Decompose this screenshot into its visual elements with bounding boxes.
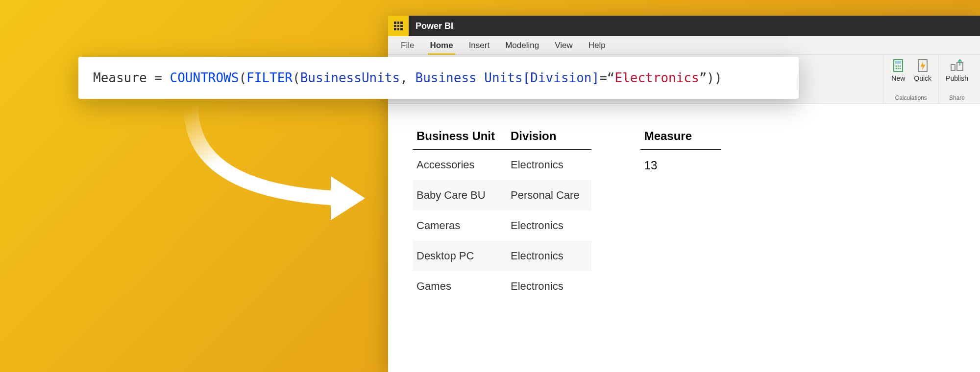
menubar: File Home Insert Modeling View Help [388,36,980,55]
svg-rect-1 [895,61,901,64]
formula-column-ref: Business Units[Division] [415,70,599,85]
measure-title: Measure [640,123,721,150]
formula-paren: ( [293,70,300,85]
formula-fn-countrows: COUNTROWS [170,70,239,85]
cell-division: Electronics [507,210,591,241]
formula-fn-filter: FILTER [246,70,293,85]
cell-unit: Baby Care BU [413,180,507,210]
business-units-table: Business Unit Division Accessories Elect… [413,123,591,302]
publish-icon [949,58,965,73]
formula-quote: ” [699,70,707,85]
formula-prefix: Measure = [93,70,170,85]
table-row[interactable]: Baby Care BU Personal Care [413,180,591,210]
menu-modeling[interactable]: Modeling [497,36,547,55]
measure-card: Measure 13 [640,123,721,302]
formula-string: Electronics [614,70,699,85]
formula-quote: “ [607,70,615,85]
menu-help[interactable]: Help [581,36,613,55]
waffle-icon [394,22,403,30]
ribbon-group-calculations: New Quick Calculations [883,55,938,103]
table-row[interactable]: Cameras Electronics [413,210,591,241]
menu-file[interactable]: File [393,36,422,55]
formula-sep: , [400,70,415,85]
quick-measure-button[interactable]: Quick [910,56,935,84]
formula-table-ref: BusinessUnits [300,70,400,85]
svg-point-3 [898,66,899,67]
table-row[interactable]: Games Electronics [413,271,591,302]
new-measure-button[interactable]: New [886,56,910,84]
quick-icon [915,58,931,73]
calculator-icon [890,58,906,73]
new-button-label: New [891,74,905,82]
svg-point-5 [896,68,897,70]
canvas: Business Unit Division Accessories Elect… [388,104,980,321]
table-row[interactable]: Desktop PC Electronics [413,241,591,271]
ribbon-group-label-calculations: Calculations [895,94,927,101]
formula-bar[interactable]: Measure = COUNTROWS(FILTER(BusinessUnits… [78,57,799,99]
cell-division: Personal Care [507,180,591,210]
pointer-arrow [162,103,377,230]
publish-button[interactable]: Publish [942,56,972,84]
app-launcher-button[interactable] [388,16,409,36]
quick-button-label: Quick [914,74,931,82]
titlebar: Power BI [388,16,980,36]
formula-paren: ( [239,70,246,85]
svg-rect-9 [951,65,955,70]
table-row[interactable]: Accessories Electronics [413,149,591,180]
menu-view[interactable]: View [547,36,581,55]
measure-value: 13 [640,150,721,181]
cell-unit: Games [413,271,507,302]
cell-division: Electronics [507,149,591,180]
ribbon-group-label-share: Share [949,94,965,101]
svg-point-6 [898,68,899,70]
col-header-unit[interactable]: Business Unit [413,123,507,149]
menu-home[interactable]: Home [422,36,461,55]
ribbon-group-share: Publish Share [938,55,975,103]
app-title: Power BI [416,21,453,31]
cell-unit: Cameras [413,210,507,241]
formula-eq: = [599,70,607,85]
cell-unit: Desktop PC [413,241,507,271]
cell-division: Electronics [507,241,591,271]
svg-point-7 [900,68,901,70]
table-body: Accessories Electronics Baby Care BU Per… [413,149,591,302]
svg-point-2 [896,66,897,67]
cell-unit: Accessories [413,149,507,180]
col-header-division[interactable]: Division [507,123,591,149]
publish-button-label: Publish [946,74,968,82]
menu-insert[interactable]: Insert [461,36,498,55]
svg-point-4 [900,66,901,67]
formula-close: )) [707,70,722,85]
cell-division: Electronics [507,271,591,302]
